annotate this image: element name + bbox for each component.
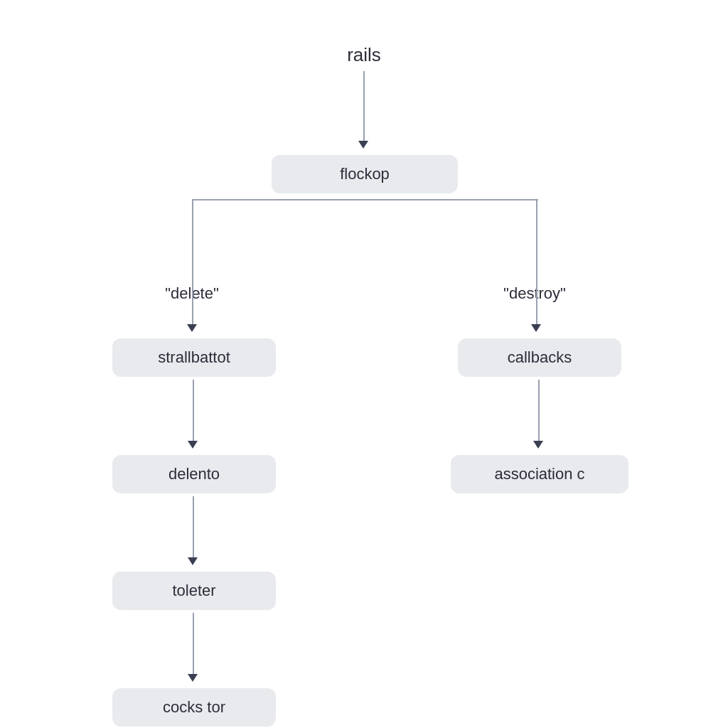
arrow-strall-delento [193,380,194,444]
arrowhead-strall-delento [188,441,198,449]
arrowhead-right [531,324,541,332]
arrow-rails-to-flockop [363,71,365,142]
node-association-c: association c [451,455,628,493]
arrow-delento-toleter [193,496,194,560]
arrowhead-left [187,324,197,332]
arrow-v-right [536,199,537,327]
node-cockst: cocks tor [112,688,276,727]
node-toleter: toleter [112,572,276,610]
arrowhead-rails-to-flockop [358,141,368,149]
arrow-toleter-cockst [193,613,194,677]
node-delento: delento [112,455,276,493]
node-strallbattot: strallbattot [112,338,276,377]
arrow-v-left [192,199,193,327]
root-label: rails [0,44,728,66]
arrowhead-delento-toleter [188,557,198,565]
arrowhead-toleter-cockst [188,674,198,682]
right-branch-label: "destroy" [464,284,606,303]
arrow-h-right [365,199,538,200]
node-flockop: flockop [272,155,458,193]
arrow-callbacks-assoc [538,380,540,444]
arrow-h-left [192,199,365,200]
diagram: rails flockop "delete" "destroy" strallb… [0,0,728,728]
node-callbacks: callbacks [458,338,621,377]
arrowhead-callbacks-assoc [533,441,543,449]
